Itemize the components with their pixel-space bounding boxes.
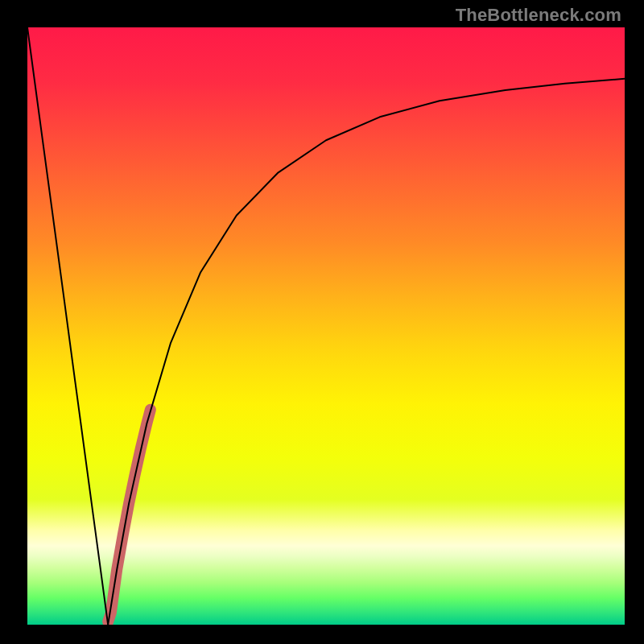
chart-svg	[27, 27, 625, 625]
series-right-branch	[108, 79, 625, 625]
plot-area	[27, 27, 625, 625]
series-left-branch	[27, 27, 108, 625]
watermark-text: TheBottleneck.com	[456, 5, 621, 26]
outer-frame: TheBottleneck.com	[0, 0, 644, 644]
